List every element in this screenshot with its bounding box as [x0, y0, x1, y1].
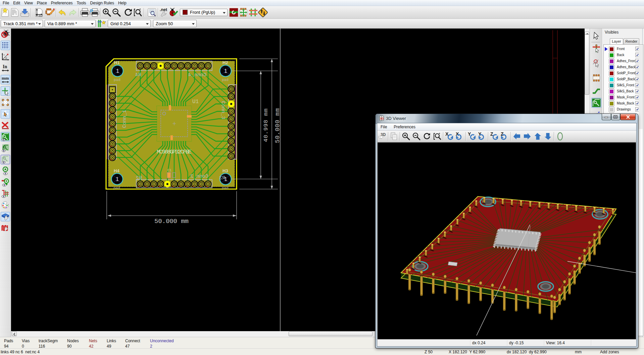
svg-text:U1: U1: [192, 99, 199, 105]
svg-text:50.000 mm: 50.000 mm: [154, 218, 189, 225]
svg-text:1: 1: [116, 176, 119, 182]
svg-text:r: r: [4, 53, 5, 56]
svg-text:pad: pad: [222, 78, 229, 82]
svg-text:Conn_1: Conn_1: [122, 110, 128, 128]
svg-text:MC908GP32CFBE: MC908GP32CFBE: [157, 149, 192, 155]
svg-text:H2: H2: [222, 60, 228, 65]
svg-text:3D: 3D: [380, 117, 384, 120]
svg-text:1: 1: [224, 68, 227, 74]
svg-text:C1: C1: [167, 169, 171, 172]
svg-text:.net: .net: [160, 7, 167, 12]
svg-text:Conn_4: Conn_4: [188, 72, 206, 78]
svg-text:mm: mm: [2, 76, 9, 81]
svg-text:H1: H1: [114, 60, 120, 65]
svg-text:Conn_2: Conn_2: [190, 174, 208, 179]
svg-text:φ: φ: [5, 56, 7, 59]
svg-text:pad: pad: [113, 186, 120, 190]
svg-text:P: P: [90, 8, 93, 13]
svg-text:In: In: [3, 64, 7, 69]
svg-text:H3: H3: [222, 168, 228, 173]
svg-text:50.000 mm: 50.000 mm: [274, 108, 281, 143]
svg-text:40.998 mm: 40.998 mm: [263, 108, 269, 142]
svg-text:pad: pad: [114, 78, 120, 82]
svg-text:1: 1: [116, 68, 119, 74]
svg-text:H4: H4: [114, 168, 119, 173]
svg-text:R2: R2: [136, 175, 142, 181]
svg-text:Conn_3: Conn_3: [220, 101, 226, 119]
svg-text:R3: R3: [219, 175, 225, 181]
svg-text:R4: R4: [135, 72, 141, 78]
svg-text:pad: pad: [222, 186, 229, 190]
